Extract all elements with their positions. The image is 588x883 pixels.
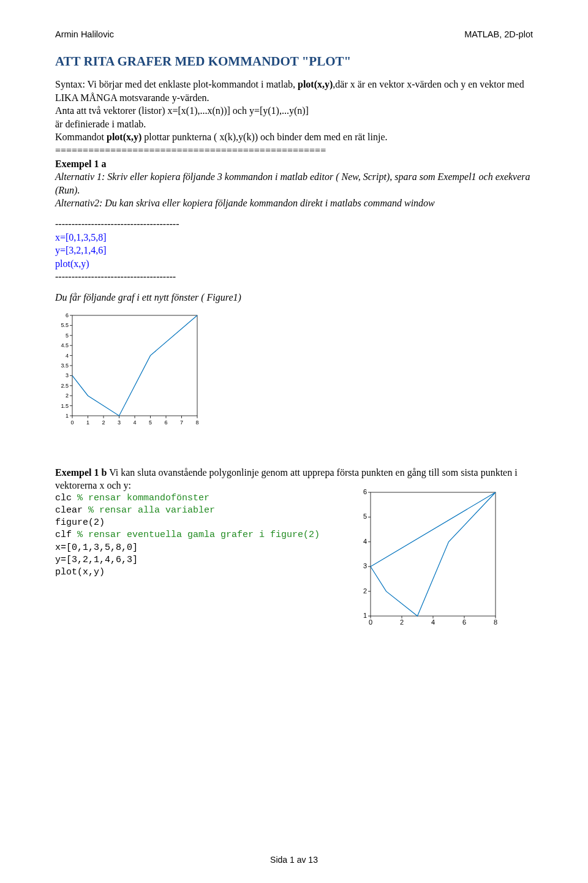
svg-text:3: 3 [66, 372, 69, 378]
dash-bottom: ------------------------------------- [55, 270, 533, 284]
code2-l1a: clc [55, 493, 77, 503]
svg-text:2: 2 [66, 393, 69, 399]
example-1a-alt2: Alternativ2: Du kan skriva eller kopiera… [55, 197, 533, 210]
header-left: Armin Halilovic [55, 29, 114, 39]
para2: Anta att två vektorer (listor) x=[x(1),.… [55, 104, 533, 118]
code2-l7: plot(x,y) [55, 566, 320, 579]
svg-text:2: 2 [400, 618, 404, 626]
code2-l4b: % rensar eventuella gamla grafer i figur… [77, 530, 320, 540]
chart-1: 01234567811.522.533.544.555.56 [55, 310, 533, 429]
para1-b: plot(x,y) [298, 79, 333, 89]
intro-paragraphs: Syntax: Vi börjar med det enklaste plot-… [55, 78, 533, 210]
example-1a-alt1: Alternativ 1: Skriv eller kopiera följan… [55, 170, 533, 197]
code1-line1: x=[0,1,3,5,8] [55, 231, 533, 244]
chart-2: 02468123456 [353, 486, 500, 629]
svg-text:3: 3 [363, 562, 367, 569]
para4-b: plot(x,y) [107, 132, 141, 142]
code2-l3: figure(2) [55, 517, 320, 529]
svg-text:3: 3 [118, 419, 121, 426]
code2-l6: y=[3,2,1,4,6,3] [55, 554, 320, 566]
page-header: Armin Halilovic MATLAB, 2D-plot [55, 29, 533, 39]
svg-text:5: 5 [149, 419, 152, 426]
page-footer: Sida 1 av 13 [0, 855, 588, 865]
svg-text:7: 7 [180, 419, 183, 426]
svg-text:5: 5 [66, 332, 69, 338]
svg-text:0: 0 [70, 419, 74, 426]
code-block-2: clc % rensar kommandofönster clear % ren… [55, 492, 320, 579]
svg-text:8: 8 [494, 618, 497, 626]
example-1b-row: clc % rensar kommandofönster clear % ren… [55, 492, 533, 629]
svg-text:1.5: 1.5 [61, 402, 69, 408]
example-1a-heading: Exempel 1 a [55, 157, 533, 171]
svg-text:6: 6 [66, 312, 69, 318]
ex1b-heading: Exempel 1 b [55, 467, 107, 478]
code1-line2: y=[3,2,1,4,6] [55, 244, 533, 257]
code2-l2b: % rensar alla variabler [88, 505, 215, 516]
svg-text:1: 1 [86, 419, 89, 426]
dash-top: -------------------------------------- [55, 217, 533, 231]
svg-text:0: 0 [369, 618, 372, 626]
para3: är definierade i matlab. [55, 118, 533, 131]
code2-l2a: clear [55, 505, 88, 516]
para4-c: plottar punkterna ( x(k),y(k)) och binde… [141, 132, 387, 142]
svg-text:4: 4 [133, 419, 136, 426]
page: Armin Halilovic MATLAB, 2D-plot ATT RITA… [0, 0, 588, 883]
svg-text:5.5: 5.5 [61, 322, 69, 328]
svg-text:3.5: 3.5 [61, 363, 69, 369]
svg-text:8: 8 [195, 419, 198, 426]
code2-l5: x=[0,1,3,5,8,0] [55, 542, 320, 554]
svg-text:4: 4 [66, 352, 69, 358]
svg-text:4: 4 [431, 618, 435, 626]
page-title: ATT RITA GRAFER MED KOMMANDOT "PLOT" [55, 54, 533, 69]
para4-a: Kommandot [55, 132, 107, 142]
svg-text:2.5: 2.5 [61, 382, 69, 388]
svg-text:4: 4 [363, 537, 367, 544]
code-block-1-wrapper: -------------------------------------- x… [55, 217, 533, 284]
svg-text:4.5: 4.5 [61, 342, 69, 348]
svg-text:1: 1 [66, 413, 69, 419]
svg-text:6: 6 [462, 618, 466, 626]
code-block-1: x=[0,1,3,5,8] y=[3,2,1,4,6] plot(x,y) [55, 231, 533, 271]
code2-l4a: clf [55, 530, 77, 540]
divider-eq: ========================================… [55, 144, 533, 157]
svg-text:1: 1 [363, 612, 367, 619]
svg-text:2: 2 [102, 419, 105, 426]
svg-text:6: 6 [363, 488, 367, 495]
result-caption: Du får följande graf i ett nytt fönster … [55, 291, 533, 304]
para1-a: Syntax: Vi börjar med det enklaste plot-… [55, 79, 298, 89]
header-right: MATLAB, 2D-plot [464, 29, 533, 39]
svg-text:2: 2 [363, 587, 367, 594]
svg-rect-0 [72, 315, 197, 416]
svg-text:6: 6 [164, 419, 167, 426]
code1-line3: plot(x,y) [55, 257, 533, 271]
svg-rect-41 [371, 492, 496, 616]
svg-text:5: 5 [363, 513, 367, 520]
code2-l1b: % rensar kommandofönster [77, 493, 209, 503]
